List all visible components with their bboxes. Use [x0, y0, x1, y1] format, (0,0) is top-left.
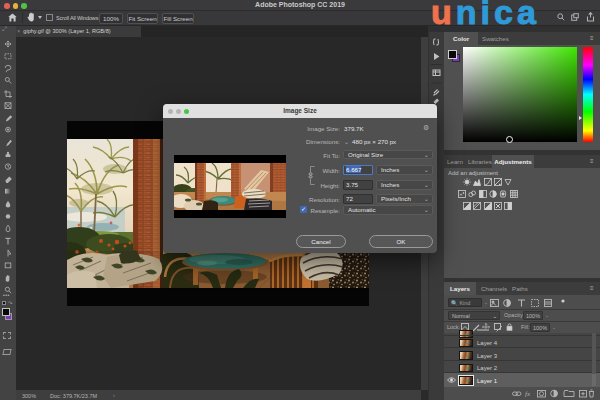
- svg-text:fx: fx: [525, 390, 531, 398]
